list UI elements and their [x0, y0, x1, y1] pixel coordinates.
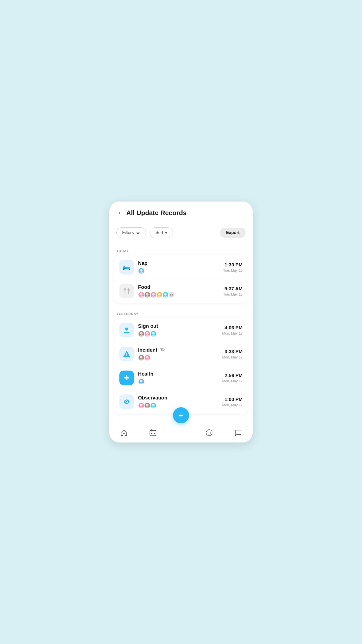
sort-button[interactable]: Sort ▾: [150, 227, 173, 238]
svg-point-35: [140, 356, 143, 358]
svg-rect-52: [150, 430, 156, 436]
today-card: Nap 1:30 PM Tue, May 18: [114, 255, 248, 303]
svg-rect-5: [123, 266, 125, 267]
nav-home[interactable]: [115, 428, 133, 437]
incident-avatars: [138, 354, 222, 361]
record-row[interactable]: Nap 1:30 PM Tue, May 18: [114, 255, 248, 279]
svg-point-15: [145, 296, 149, 298]
records-content: TODAY Nap: [109, 243, 253, 424]
svg-point-9: [139, 272, 143, 274]
back-button[interactable]: ‹: [116, 209, 122, 217]
phone-container: ‹ All Update Records Filters Sort ▾ Expo…: [109, 202, 253, 442]
svg-rect-4: [123, 268, 126, 269]
record-row[interactable]: Sign out 4:06 PM: [114, 318, 248, 342]
svg-point-16: [152, 293, 155, 296]
svg-point-51: [151, 407, 155, 408]
svg-rect-57: [154, 433, 155, 434]
svg-point-20: [164, 293, 167, 296]
record-row[interactable]: Food: [114, 279, 248, 303]
svg-rect-23: [124, 332, 129, 333]
food-icon-wrap: [119, 284, 134, 298]
incident-time: 3:33 PM Mon, May 17: [222, 349, 243, 359]
svg-point-29: [145, 335, 149, 337]
health-name: Health: [138, 371, 222, 377]
avatar: [138, 331, 145, 337]
filters-button[interactable]: Filters: [116, 227, 146, 238]
svg-rect-7: [129, 269, 130, 270]
avatar: [144, 331, 151, 337]
record-row[interactable]: Incident: [114, 342, 248, 366]
svg-point-30: [152, 332, 155, 335]
observation-time: 1:00 PM Mon, May 17: [222, 397, 243, 407]
sort-label: Sort: [155, 230, 163, 235]
export-button[interactable]: Export: [220, 228, 246, 238]
svg-point-12: [140, 293, 143, 296]
page-title: All Update Records: [126, 209, 187, 217]
svg-point-45: [127, 401, 127, 402]
avatar: [144, 354, 151, 361]
food-name: Food: [138, 284, 223, 290]
header: ‹ All Update Records: [109, 202, 253, 222]
signout-icon-wrap: [119, 323, 134, 337]
avatar: [162, 292, 169, 298]
plus-icon: +: [178, 411, 184, 420]
back-icon: ‹: [118, 210, 120, 216]
toolbar: Filters Sort ▾ Export: [109, 222, 253, 243]
svg-point-21: [163, 296, 167, 298]
food-time: 9:37 AM Tue, May 18: [223, 286, 243, 296]
chevron-down-icon: ▾: [165, 230, 167, 235]
health-icon-wrap: [119, 371, 134, 385]
bottom-nav: [109, 424, 253, 442]
nav-face[interactable]: [200, 428, 218, 437]
incident-icon-wrap: [119, 347, 134, 361]
svg-point-50: [152, 404, 155, 406]
avatar: [144, 402, 151, 409]
avatar-more: +2: [168, 292, 175, 298]
observation-name: Observation: [138, 395, 222, 401]
nav-chat[interactable]: [229, 428, 247, 437]
observation-icon-wrap: [119, 394, 134, 409]
signout-name: Sign out: [138, 323, 222, 329]
add-record-fab[interactable]: +: [173, 407, 189, 423]
svg-point-33: [126, 355, 127, 356]
nav-calendar[interactable]: [144, 428, 162, 437]
avatar: [150, 402, 157, 409]
food-avatars: +2: [138, 292, 223, 298]
food-info: Food: [138, 284, 223, 298]
signout-avatars: [138, 331, 222, 337]
svg-point-36: [139, 359, 143, 360]
svg-point-17: [151, 296, 155, 298]
filter-icon: [136, 230, 140, 235]
svg-point-41: [140, 380, 143, 382]
svg-point-58: [206, 430, 212, 436]
svg-point-27: [139, 335, 143, 337]
avatar: [156, 292, 163, 298]
svg-marker-25: [129, 329, 130, 331]
filters-label: Filters: [122, 230, 134, 235]
observation-info: Observation: [138, 395, 222, 409]
nap-name: Nap: [138, 260, 223, 266]
signout-time: 4:06 PM Mon, May 17: [222, 325, 243, 335]
svg-point-46: [140, 404, 143, 406]
svg-point-59: [208, 432, 208, 433]
incident-name: Incident: [138, 347, 222, 353]
avatar: [138, 268, 145, 274]
health-info: Health: [138, 371, 222, 385]
svg-rect-40: [124, 377, 129, 379]
nap-time: 1:30 PM Tue, May 18: [223, 262, 243, 272]
svg-point-18: [158, 293, 161, 296]
yesterday-section-label: YESTERDAY: [114, 308, 248, 318]
nap-info: Nap: [138, 260, 223, 274]
svg-point-37: [146, 356, 149, 358]
signout-info: Sign out: [138, 323, 222, 337]
svg-rect-32: [126, 353, 127, 355]
svg-point-49: [145, 407, 149, 408]
avatar: [144, 292, 151, 298]
record-row[interactable]: Health 2:56 PM Mon, May 17: [114, 366, 248, 390]
health-time: 2:56 PM Mon, May 17: [222, 373, 243, 383]
svg-point-38: [145, 359, 149, 360]
today-section-label: TODAY: [114, 245, 248, 255]
yesterday-card: Sign out 4:06 PM: [114, 318, 248, 414]
svg-point-60: [210, 432, 211, 433]
svg-point-28: [146, 332, 149, 335]
